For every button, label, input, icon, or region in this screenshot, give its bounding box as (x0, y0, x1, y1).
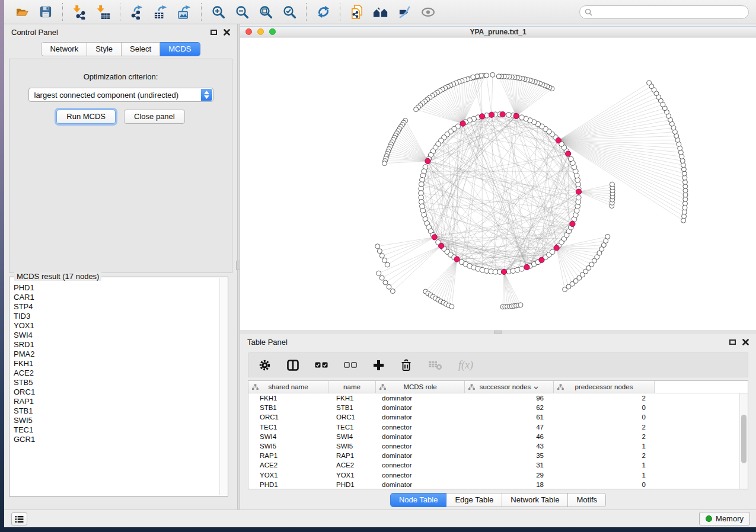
network-hub-node[interactable] (539, 257, 544, 262)
deselect-all-button[interactable] (344, 362, 357, 368)
network-edge[interactable] (444, 259, 457, 303)
open-file-button[interactable] (10, 2, 34, 22)
network-hub-node[interactable] (524, 264, 529, 270)
network-edge[interactable] (463, 124, 513, 271)
network-edge[interactable] (559, 97, 659, 140)
network-hub-node[interactable] (489, 112, 494, 117)
network-edge[interactable] (382, 237, 434, 255)
network-edge[interactable] (387, 237, 435, 265)
table-scrollbar[interactable] (739, 393, 748, 489)
network-edge[interactable] (557, 248, 589, 268)
network-node[interactable] (682, 214, 687, 219)
network-edge[interactable] (516, 85, 543, 116)
network-node[interactable] (379, 275, 384, 280)
network-node[interactable] (605, 234, 610, 239)
mcds-result-item[interactable]: SRD1 (14, 340, 228, 350)
network-node[interactable] (681, 163, 685, 168)
network-edge[interactable] (579, 192, 612, 206)
table-row[interactable]: PHD1PHD1dominator180 (248, 480, 748, 489)
network-hub-node[interactable] (425, 158, 430, 164)
network-edge[interactable] (428, 259, 457, 294)
network-edge[interactable] (492, 75, 493, 114)
network-edge[interactable] (559, 112, 667, 140)
export-network-button[interactable] (125, 2, 149, 22)
network-hub-node[interactable] (513, 113, 519, 118)
export-image-button[interactable] (173, 2, 196, 22)
network-edge[interactable] (393, 246, 441, 291)
mcds-result-scrollbar[interactable] (219, 278, 227, 495)
close-panel-icon[interactable] (224, 29, 230, 36)
network-hub-node[interactable] (500, 111, 505, 117)
horizontal-splitter[interactable] (240, 330, 756, 334)
float-panel-icon[interactable] (210, 30, 217, 35)
import-network-button[interactable] (68, 2, 91, 22)
network-node[interactable] (490, 72, 495, 77)
mcds-result-item[interactable]: PMA2 (14, 350, 228, 359)
close-panel-button[interactable]: Close panel (124, 110, 185, 124)
table-row[interactable]: SWI4SWI4dominator462 (248, 432, 748, 441)
network-graph[interactable] (240, 38, 756, 331)
column-header-MCDS-role[interactable]: MCDS role (376, 381, 465, 393)
mcds-result-item[interactable]: PHD1 (14, 283, 228, 293)
table-row[interactable]: TEC1TEC1connector472 (248, 422, 748, 432)
search-box[interactable] (579, 5, 749, 19)
network-edge[interactable] (559, 132, 675, 140)
home-networks-button[interactable] (369, 2, 393, 22)
mcds-result-item[interactable]: TID3 (14, 312, 228, 321)
save-session-button[interactable] (34, 2, 58, 22)
network-node[interactable] (382, 161, 387, 166)
zoom-in-button[interactable] (206, 2, 230, 22)
mcds-result-item[interactable]: FKH1 (14, 359, 228, 368)
network-edge[interactable] (559, 140, 684, 165)
network-hub-node[interactable] (501, 269, 506, 274)
network-node[interactable] (681, 167, 686, 172)
network-hub-node[interactable] (454, 257, 460, 262)
network-hub-node[interactable] (556, 137, 561, 143)
table-scrollbar-thumb[interactable] (741, 415, 747, 463)
network-window-titlebar[interactable]: YPA_prune.txt_1 (240, 27, 756, 37)
network-node[interactable] (496, 74, 501, 79)
network-edge[interactable] (473, 77, 482, 116)
network-hub-node[interactable] (479, 114, 484, 119)
network-edge[interactable] (557, 248, 599, 253)
network-edge[interactable] (516, 82, 538, 116)
network-node[interactable] (377, 271, 381, 275)
network-edge[interactable] (504, 272, 518, 306)
network-edge[interactable] (559, 108, 665, 140)
tab-select[interactable]: Select (122, 42, 160, 56)
network-edge[interactable] (557, 248, 583, 274)
network-edge[interactable] (516, 88, 550, 116)
mcds-result-item[interactable]: CAR1 (14, 293, 228, 302)
network-canvas[interactable] (240, 38, 756, 331)
tab-network-table[interactable]: Network Table (502, 493, 568, 507)
table-row[interactable]: ORC1ORC1dominator610 (248, 412, 748, 422)
network-node[interactable] (385, 262, 390, 267)
table-row[interactable]: YOX1YOX1connector291 (248, 470, 748, 480)
network-edge[interactable] (486, 75, 492, 114)
network-hub-node[interactable] (566, 151, 571, 156)
network-node[interactable] (569, 156, 574, 162)
network-node[interactable] (519, 267, 525, 272)
network-edge[interactable] (559, 101, 661, 140)
mcds-result-item[interactable]: SWI5 (14, 416, 228, 425)
network-edge[interactable] (379, 246, 441, 273)
network-node[interactable] (647, 81, 652, 85)
network-hub-node[interactable] (570, 221, 575, 226)
mcds-result-item[interactable]: TEC1 (14, 425, 228, 435)
network-edge[interactable] (504, 272, 512, 306)
zoom-out-button[interactable] (230, 2, 254, 22)
task-history-button[interactable] (11, 512, 27, 525)
network-edge[interactable] (516, 84, 540, 116)
network-edge[interactable] (559, 140, 684, 174)
mcds-result-item[interactable]: YOX1 (14, 321, 228, 331)
mcds-result-item[interactable]: STP4 (14, 302, 228, 312)
column-header-successor-nodes[interactable]: successor nodes (465, 381, 554, 393)
network-node[interactable] (682, 175, 687, 180)
select-all-button[interactable] (315, 362, 328, 368)
label-visibility-button[interactable] (393, 2, 416, 22)
network-edge[interactable] (557, 248, 579, 278)
table-row[interactable]: SWI5SWI5connector431 (248, 441, 748, 451)
mcds-result-item[interactable]: RAP1 (14, 397, 228, 406)
tab-style[interactable]: Style (87, 42, 122, 56)
network-edge[interactable] (441, 246, 557, 248)
